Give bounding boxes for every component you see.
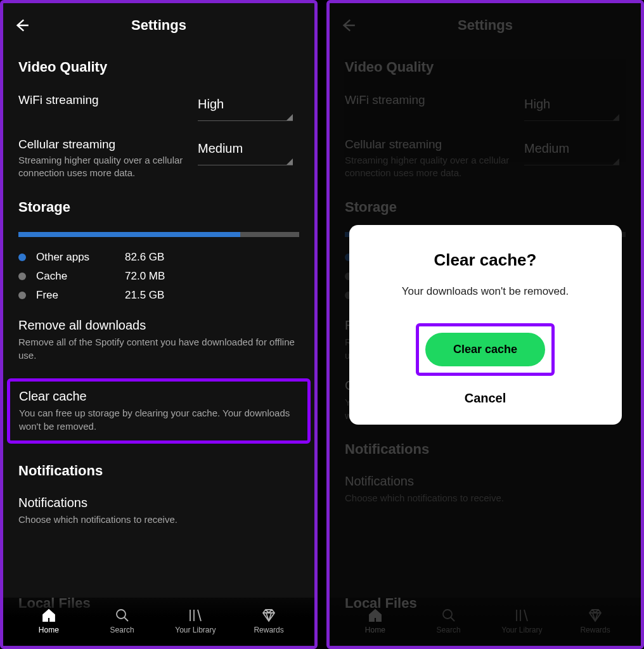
clear-cache-confirm-button[interactable]: Clear cache xyxy=(425,333,545,366)
dialog-confirm-highlight: Clear cache xyxy=(416,323,555,376)
settings-screen-left: Settings Video Quality WiFi streaming Hi… xyxy=(0,0,318,649)
home-icon xyxy=(41,608,56,623)
dialog-cancel-button[interactable]: Cancel xyxy=(465,391,506,406)
legend-free: Free 21.5 GB xyxy=(18,289,299,302)
dialog-message: Your downloads won't be removed. xyxy=(368,285,603,298)
video-quality-heading: Video Quality xyxy=(18,59,299,75)
storage-bar xyxy=(18,232,299,237)
bottom-tabbar: Home Search Your Library Rewards xyxy=(3,598,314,646)
cellular-streaming-row: Cellular streaming Streaming higher qual… xyxy=(18,138,299,180)
dot-icon xyxy=(18,292,26,299)
svg-line-1 xyxy=(124,617,128,621)
dot-icon xyxy=(18,254,26,261)
remove-downloads-item[interactable]: Remove all downloads Remove all of the S… xyxy=(18,318,299,362)
settings-content: Video Quality WiFi streaming High Cellul… xyxy=(3,48,314,598)
library-icon xyxy=(188,608,203,623)
tab-library[interactable]: Your Library xyxy=(159,608,233,634)
search-icon xyxy=(115,608,130,623)
settings-screen-right: Settings Video Quality WiFi streaming Hi… xyxy=(326,0,644,649)
tab-search[interactable]: Search xyxy=(86,608,159,634)
legend-other-apps: Other apps 82.6 GB xyxy=(18,251,299,264)
cellular-streaming-label: Cellular streaming xyxy=(18,138,189,151)
wifi-streaming-select[interactable]: High xyxy=(198,93,293,121)
notifications-item[interactable]: Notifications Choose which notifications… xyxy=(18,496,299,526)
tab-home[interactable]: Home xyxy=(12,608,86,634)
svg-point-0 xyxy=(117,610,126,619)
diamond-icon xyxy=(261,608,276,623)
dialog-title: Clear cache? xyxy=(368,250,603,270)
storage-heading: Storage xyxy=(18,199,299,215)
header: Settings xyxy=(3,3,314,48)
svg-line-4 xyxy=(198,610,201,621)
cellular-streaming-sub: Streaming higher quality over a cellular… xyxy=(18,154,189,180)
dialog-overlay[interactable]: Clear cache? Your downloads won't be rem… xyxy=(330,3,641,646)
wifi-streaming-label: WiFi streaming xyxy=(18,93,189,107)
notifications-heading: Notifications xyxy=(18,463,299,479)
tab-rewards[interactable]: Rewards xyxy=(232,608,306,634)
clear-cache-dialog: Clear cache? Your downloads won't be rem… xyxy=(349,225,622,425)
legend-cache: Cache 72.0 MB xyxy=(18,270,299,283)
page-title: Settings xyxy=(12,17,306,34)
wifi-streaming-row: WiFi streaming High xyxy=(18,93,299,121)
dot-icon xyxy=(18,273,26,280)
clear-cache-item[interactable]: Clear cache You can free up storage by c… xyxy=(7,378,311,444)
cellular-streaming-select[interactable]: Medium xyxy=(198,138,293,165)
